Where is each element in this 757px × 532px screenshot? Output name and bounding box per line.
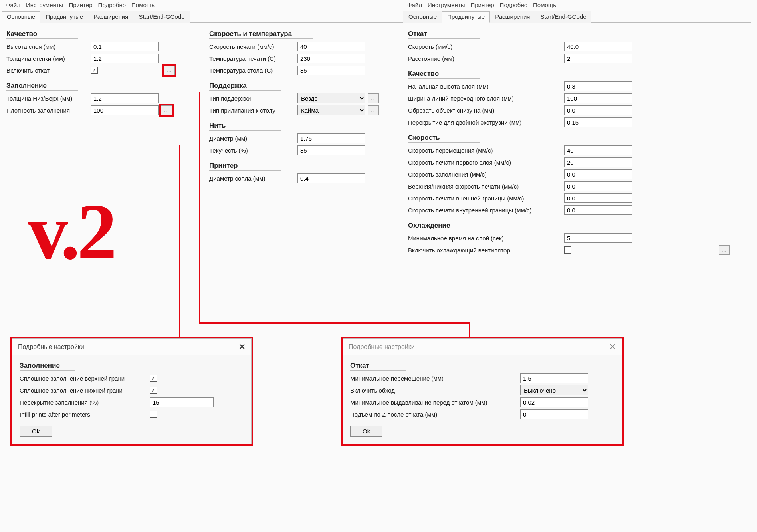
- label-outer-speed: Скорость печати внешней границы (мм/с): [408, 195, 562, 202]
- close-icon[interactable]: ✕: [609, 342, 616, 352]
- menu-help-r[interactable]: Помощь: [533, 2, 556, 8]
- label-support-type: Тип поддержки: [209, 95, 295, 102]
- select-combing[interactable]: Выключено: [520, 385, 588, 395]
- annotation-line: [179, 145, 180, 338]
- input-print-temp[interactable]: [297, 54, 365, 63]
- input-first-layer-speed[interactable]: [564, 157, 632, 167]
- retract-details-button[interactable]: ...: [164, 66, 175, 75]
- label-first-layer-speed: Скорость печати первого слоя (мм/с): [408, 159, 562, 166]
- input-min-travel[interactable]: [520, 373, 588, 383]
- input-cut-bottom[interactable]: [564, 105, 632, 115]
- tab-gcode[interactable]: Start/End-GCode: [133, 11, 190, 23]
- input-nozzle-diameter[interactable]: [297, 173, 365, 183]
- section-speed-adv: Скорость: [408, 134, 480, 143]
- checkbox-solid-top[interactable]: ✓: [150, 375, 157, 382]
- menu-help[interactable]: Помощь: [131, 2, 155, 8]
- input-min-layer-time[interactable]: [564, 233, 632, 243]
- input-dual-overlap[interactable]: [564, 117, 632, 127]
- checkbox-infill-after-perimeters[interactable]: [150, 411, 157, 418]
- dialog-retract-title: Подробные настройки: [349, 343, 415, 351]
- tab-extensions-r[interactable]: Расширения: [490, 11, 535, 23]
- input-layer-height[interactable]: [91, 42, 159, 51]
- label-infill-after-perimeters: Infill prints after perimeters: [20, 411, 147, 418]
- input-retract-speed[interactable]: [564, 42, 632, 51]
- ok-button[interactable]: Ok: [350, 426, 382, 437]
- label-inner-speed: Скорость печати внутренней границы (мм/с…: [408, 207, 562, 214]
- label-dual-overlap: Перекрытие для двойной экструзии (мм): [408, 119, 562, 126]
- label-min-travel: Минимальное перемещение (мм): [350, 375, 518, 382]
- support-details-button[interactable]: ...: [368, 93, 379, 103]
- menubar-right: Файл Инструменты Принтер Подробно Помощь: [403, 0, 751, 10]
- input-topbot-speed[interactable]: [564, 181, 632, 191]
- label-filament-diameter: Диаметр (мм): [209, 135, 295, 142]
- menu-file-r[interactable]: Файл: [407, 2, 422, 8]
- input-fill-density[interactable]: [91, 105, 159, 115]
- section-support: Поддержка: [209, 82, 281, 91]
- input-z-hop[interactable]: [520, 409, 588, 419]
- input-infill-speed[interactable]: [564, 169, 632, 179]
- label-retract-speed: Скорость (мм/с): [408, 43, 562, 50]
- input-min-extrude[interactable]: [520, 397, 588, 407]
- label-cut-bottom: Обрезать объект снизу на (мм): [408, 107, 562, 114]
- label-layer-height: Высота слоя (мм): [6, 43, 88, 50]
- input-bed-temp[interactable]: [297, 66, 365, 75]
- tab-basic[interactable]: Основные: [2, 11, 40, 23]
- label-wall-thickness: Толщина стенки (мм): [6, 55, 88, 62]
- input-inner-speed[interactable]: [564, 205, 632, 215]
- input-print-speed[interactable]: [297, 42, 365, 51]
- label-solid-top: Сплошное заполнение верхней грани: [20, 375, 147, 382]
- checkbox-solid-bottom[interactable]: ✓: [150, 387, 157, 394]
- label-print-speed: Скорость печати (мм/с): [209, 43, 295, 50]
- select-adhesion-type[interactable]: Кайма: [297, 105, 365, 115]
- label-z-hop: Подъем по Z после отката (мм): [350, 411, 518, 418]
- label-enable-retract: Включить откат: [6, 67, 88, 74]
- tab-advanced-r[interactable]: Продвинутые: [442, 11, 490, 23]
- input-travel-speed[interactable]: [564, 145, 632, 155]
- input-filament-diameter[interactable]: [297, 133, 365, 143]
- checkbox-enable-fan[interactable]: [564, 246, 571, 254]
- menu-tools-r[interactable]: Инструменты: [428, 2, 465, 8]
- section-quality: Качество: [6, 30, 78, 39]
- label-min-extrude: Минимальное выдавливание перед откатом (…: [350, 399, 518, 406]
- tabs-right: Основные Продвинутые Расширения Start/En…: [403, 11, 751, 23]
- annotation-line: [199, 92, 200, 324]
- menu-printer-r[interactable]: Принтер: [470, 2, 494, 8]
- section-filament: Нить: [209, 122, 281, 131]
- input-outer-speed[interactable]: [564, 193, 632, 203]
- ok-button[interactable]: Ok: [20, 426, 52, 437]
- input-wall-thickness[interactable]: [91, 54, 159, 63]
- menu-detail-r[interactable]: Подробно: [500, 2, 527, 8]
- close-icon[interactable]: ✕: [238, 342, 246, 352]
- tab-gcode-r[interactable]: Start/End-GCode: [535, 11, 591, 23]
- tab-advanced[interactable]: Продвинутые: [40, 11, 88, 23]
- label-topbot-thickness: Толщина Низ/Верх (мм): [6, 95, 88, 102]
- menu-file[interactable]: Файл: [6, 2, 20, 8]
- label-infill-overlap: Перекрытие заполнения (%): [20, 399, 147, 406]
- fill-details-button[interactable]: ...: [161, 105, 172, 115]
- input-init-layer[interactable]: [564, 81, 632, 91]
- menu-detail[interactable]: Подробно: [98, 2, 126, 8]
- label-bed-temp: Температура стола (С): [209, 67, 295, 74]
- menu-tools[interactable]: Инструменты: [26, 2, 63, 8]
- tab-basic-r[interactable]: Основные: [403, 11, 442, 23]
- dialog-fill-section: Заполнение: [20, 362, 75, 371]
- fan-details-button[interactable]: ...: [719, 245, 730, 255]
- label-retract-distance: Расстояние (мм): [408, 55, 562, 62]
- select-support-type[interactable]: Везде: [297, 93, 365, 103]
- input-topbot-thickness[interactable]: [91, 93, 159, 103]
- input-retract-distance[interactable]: [564, 54, 632, 63]
- label-topbot-speed: Верхняя/нижняя скорость печати (мм/с): [408, 183, 562, 190]
- menu-printer[interactable]: Принтер: [69, 2, 92, 8]
- adhesion-details-button[interactable]: ...: [368, 105, 379, 115]
- tab-extensions[interactable]: Расширения: [88, 11, 133, 23]
- checkbox-enable-retract[interactable]: ✓: [91, 67, 98, 74]
- input-infill-overlap[interactable]: [150, 397, 214, 407]
- label-nozzle-diameter: Диаметр сопла (мм): [209, 175, 295, 182]
- input-line-width[interactable]: [564, 93, 632, 103]
- label-line-width: Ширина линий переходного слоя (мм): [408, 95, 562, 102]
- label-infill-speed: Скорость заполнения (мм/с): [408, 171, 562, 178]
- section-retract: Откат: [408, 30, 480, 39]
- section-quality-adv: Качество: [408, 70, 480, 79]
- input-flow[interactable]: [297, 145, 365, 155]
- section-speed-temp: Скорость и температура: [209, 30, 313, 39]
